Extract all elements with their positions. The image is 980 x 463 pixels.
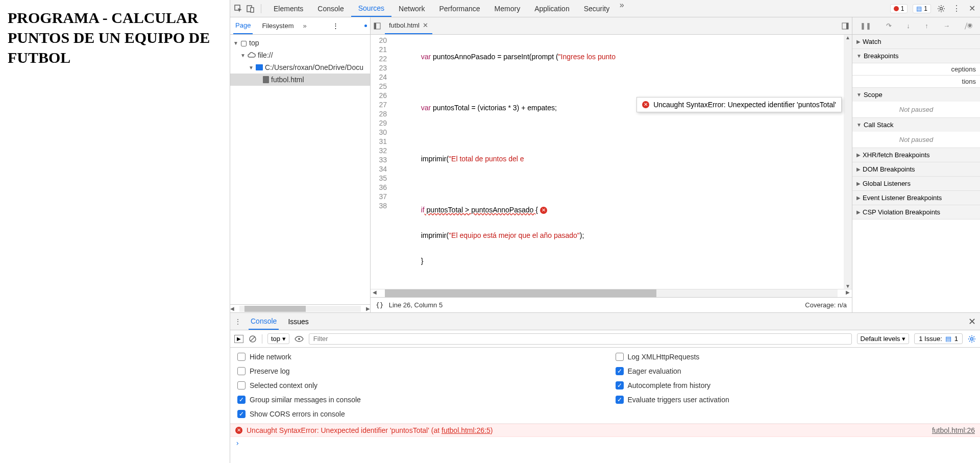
- opt-hide-network[interactable]: Hide network: [237, 353, 595, 361]
- tree-file-label: futbol.html: [271, 76, 304, 84]
- editor-statusbar: {} Line 26, Column 5 Coverage: n/a: [371, 297, 852, 312]
- file-tab-futbol[interactable]: futbol.html✕: [385, 17, 432, 34]
- tree-folder-label: C:/Users/roxan/OneDrive/Docu: [265, 63, 363, 71]
- tab-console[interactable]: Console: [310, 0, 351, 17]
- console-error-row[interactable]: ✕ Uncaught SyntaxError: Unexpected ident…: [230, 424, 980, 437]
- code-editor[interactable]: 20212223242526272829303132333435363738 v…: [371, 35, 852, 289]
- close-drawer-icon[interactable]: ✕: [968, 316, 976, 327]
- devtools-panel: Elements Console Sources Network Perform…: [230, 0, 980, 463]
- drawer-tab-issues[interactable]: Issues: [286, 313, 310, 330]
- section-xhr[interactable]: ▶XHR/fetch Breakpoints: [852, 148, 980, 162]
- main-tabs: Elements Console Sources Network Perform…: [266, 0, 888, 17]
- more-tabs-icon[interactable]: »: [617, 0, 627, 10]
- code-content[interactable]: var puntosAnnoPasado = parseInt(prompt (…: [392, 35, 844, 289]
- section-watch[interactable]: ▶Watch: [852, 35, 980, 48]
- console-prompt[interactable]: ›: [230, 437, 980, 449]
- pause-icon[interactable]: ❚❚: [860, 22, 871, 30]
- step-over-icon[interactable]: ↷: [886, 22, 892, 30]
- toolbar-right: 1 ▤1 ⋮ ✕: [890, 4, 977, 14]
- opt-show-cors[interactable]: ✓Show CORS errors in console: [237, 410, 595, 418]
- opt-eval-triggers[interactable]: ✓Evaluate triggers user activation: [616, 396, 973, 404]
- cloud-icon: [248, 52, 256, 58]
- section-callstack[interactable]: ▼Call Stack: [852, 118, 980, 132]
- close-devtools-icon[interactable]: ✕: [967, 4, 977, 14]
- step-into-icon[interactable]: ↓: [906, 22, 910, 30]
- device-mode-icon[interactable]: [246, 4, 256, 14]
- section-breakpoints[interactable]: ▼Breakpoints: [852, 49, 980, 63]
- separator: [261, 4, 261, 13]
- toggle-navigator-icon[interactable]: [374, 22, 381, 30]
- console-settings-icon[interactable]: [968, 335, 976, 343]
- issue-icon: ▤: [945, 335, 951, 343]
- svg-point-3: [940, 7, 943, 10]
- section-csp[interactable]: ▶CSP Violation Breakpoints: [852, 205, 980, 219]
- coverage-status: Coverage: n/a: [805, 301, 847, 309]
- opt-autocomplete[interactable]: ✓Autocomplete from history: [616, 381, 973, 389]
- tab-elements[interactable]: Elements: [266, 0, 310, 17]
- error-chip[interactable]: 1: [890, 4, 908, 13]
- section-scope[interactable]: ▼Scope: [852, 88, 980, 102]
- section-global[interactable]: ▶Global Listeners: [852, 177, 980, 190]
- page-viewport: PROGRAMA - CALCULAR PUNTOS DE UN EQUIPO …: [0, 0, 230, 463]
- editor-vscroll[interactable]: ▲▼: [844, 35, 852, 289]
- section-dom[interactable]: ▶DOM Breakpoints: [852, 162, 980, 176]
- page-title: PROGRAMA - CALCULAR PUNTOS DE UN EQUIPO …: [8, 8, 222, 67]
- scrollbar-thumb[interactable]: [244, 306, 306, 312]
- error-source-link[interactable]: futbol.html:26:5: [442, 426, 491, 434]
- opt-eager[interactable]: ✓Eager evaluation: [616, 367, 973, 375]
- tab-memory[interactable]: Memory: [487, 0, 528, 17]
- tab-network[interactable]: Network: [391, 0, 432, 17]
- nav-more-icon[interactable]: »: [303, 22, 307, 30]
- nav-tab-filesystem[interactable]: Filesystem: [260, 17, 296, 34]
- close-tab-icon[interactable]: ✕: [423, 21, 428, 29]
- tree-file-futbol[interactable]: futbol.html: [230, 74, 370, 86]
- drawer-kebab-icon[interactable]: ⋮: [234, 318, 241, 326]
- hscroll-thumb[interactable]: [385, 289, 656, 297]
- message-chip[interactable]: ▤1: [913, 4, 931, 13]
- editor-hscroll[interactable]: ◀▶: [371, 289, 852, 297]
- drawer-tabs: ⋮ Console Issues ✕: [230, 313, 980, 330]
- devtools-toolbar: Elements Console Sources Network Perform…: [230, 0, 980, 17]
- tab-sources[interactable]: Sources: [351, 0, 391, 17]
- drawer-tab-console[interactable]: Console: [249, 313, 279, 330]
- tree-top[interactable]: ▼▢top: [230, 37, 370, 49]
- inspect-icon[interactable]: [233, 4, 243, 14]
- opt-selected-ctx[interactable]: Selected context only: [237, 381, 595, 389]
- nav-tab-page[interactable]: Page: [233, 17, 253, 34]
- opt-group-similar[interactable]: ✓Group similar messages in console: [237, 396, 595, 404]
- tab-application[interactable]: Application: [527, 0, 577, 17]
- section-event[interactable]: ▶Event Listener Breakpoints: [852, 191, 980, 205]
- navigator-tabs: Page Filesystem » ⋮: [230, 17, 370, 35]
- eye-icon[interactable]: [295, 336, 304, 342]
- deactivate-bp-icon[interactable]: ⧸◉: [965, 22, 972, 30]
- console-filter-input[interactable]: [309, 333, 852, 345]
- context-selector[interactable]: top ▾: [267, 333, 289, 344]
- svg-rect-7: [846, 23, 848, 29]
- opt-log-xhr[interactable]: Log XMLHttpRequests: [616, 353, 973, 361]
- clear-console-icon[interactable]: [249, 335, 257, 343]
- editor-panel: futbol.html✕ 202122232425262728293031323…: [371, 17, 852, 312]
- toggle-debugger-icon[interactable]: [842, 22, 849, 30]
- tree-folder[interactable]: ▼C:/Users/roxan/OneDrive/Docu: [230, 61, 370, 74]
- issue-chip[interactable]: 1 Issue:▤1: [914, 333, 963, 344]
- cursor-position: Line 26, Column 5: [389, 301, 443, 309]
- play-icon[interactable]: ▶: [234, 335, 243, 343]
- braces-icon[interactable]: {}: [376, 301, 384, 309]
- tab-performance[interactable]: Performance: [432, 0, 487, 17]
- opt-preserve-log[interactable]: Preserve log: [237, 367, 595, 375]
- nav-hscroll[interactable]: ◀▶: [230, 304, 370, 312]
- kebab-icon[interactable]: ⋮: [951, 4, 962, 14]
- console-drawer: ⋮ Console Issues ✕ ▶ top ▾ Default level…: [230, 312, 980, 463]
- tab-security[interactable]: Security: [577, 0, 617, 17]
- log-levels-selector[interactable]: Default levels ▾: [857, 333, 910, 344]
- nav-kebab-icon[interactable]: ⋮: [332, 22, 339, 30]
- inline-error-icon[interactable]: ✕: [540, 207, 547, 214]
- window-icon: ▢: [240, 39, 247, 47]
- error-location-link[interactable]: futbol.html:26: [932, 426, 975, 434]
- step-out-icon[interactable]: ↑: [925, 22, 928, 30]
- svg-rect-2: [251, 8, 254, 12]
- step-icon[interactable]: →: [943, 22, 950, 30]
- settings-icon[interactable]: [936, 4, 946, 14]
- truncated-tions: tions: [962, 78, 976, 85]
- tree-file-origin[interactable]: ▼file://: [230, 49, 370, 61]
